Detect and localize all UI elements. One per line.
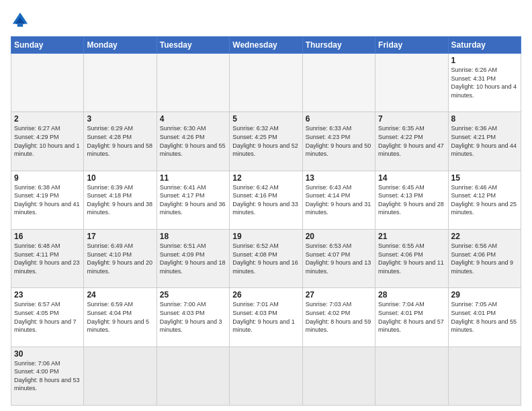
day-cell: 22Sunrise: 6:56 AM Sunset: 4:06 PM Dayli… [448, 229, 521, 287]
day-cell: 25Sunrise: 7:00 AM Sunset: 4:03 PM Dayli… [157, 288, 229, 347]
day-number: 23 [14, 290, 81, 300]
day-cell: 23Sunrise: 6:57 AM Sunset: 4:05 PM Dayli… [11, 288, 84, 347]
week-row-3: 16Sunrise: 6:48 AM Sunset: 4:11 PM Dayli… [11, 229, 521, 287]
day-info: Sunrise: 6:57 AM Sunset: 4:05 PM Dayligh… [14, 300, 81, 334]
weekday-header-saturday: Saturday [448, 37, 521, 54]
day-number: 17 [87, 232, 153, 241]
day-number: 26 [232, 290, 299, 300]
day-info: Sunrise: 7:06 AM Sunset: 4:00 PM Dayligh… [14, 359, 81, 393]
day-cell: 6Sunrise: 6:33 AM Sunset: 4:23 PM Daylig… [302, 112, 375, 171]
day-info: Sunrise: 6:32 AM Sunset: 4:25 PM Dayligh… [232, 124, 299, 158]
day-info: Sunrise: 6:45 AM Sunset: 4:13 PM Dayligh… [378, 183, 445, 217]
day-info: Sunrise: 6:56 AM Sunset: 4:06 PM Dayligh… [451, 242, 518, 275]
day-cell: 18Sunrise: 6:51 AM Sunset: 4:09 PM Dayli… [157, 229, 229, 287]
day-number: 30 [14, 349, 81, 359]
day-number: 27 [306, 290, 372, 300]
day-number: 5 [232, 114, 299, 124]
day-info: Sunrise: 6:26 AM Sunset: 4:31 PM Dayligh… [451, 66, 518, 99]
day-cell [157, 347, 229, 405]
day-info: Sunrise: 6:35 AM Sunset: 4:22 PM Dayligh… [378, 124, 445, 158]
day-number: 11 [160, 173, 226, 183]
day-cell: 29Sunrise: 7:05 AM Sunset: 4:01 PM Dayli… [448, 288, 521, 347]
day-number: 13 [306, 173, 372, 183]
day-cell: 3Sunrise: 6:29 AM Sunset: 4:28 PM Daylig… [84, 112, 157, 171]
day-number: 21 [378, 232, 445, 241]
day-cell: 8Sunrise: 6:36 AM Sunset: 4:21 PM Daylig… [448, 112, 521, 171]
day-info: Sunrise: 6:59 AM Sunset: 4:04 PM Dayligh… [87, 300, 153, 334]
day-cell: 19Sunrise: 6:52 AM Sunset: 4:08 PM Dayli… [230, 229, 302, 287]
day-number: 8 [451, 114, 518, 124]
weekday-header-tuesday: Tuesday [157, 37, 229, 54]
day-number: 4 [160, 114, 226, 124]
day-info: Sunrise: 6:27 AM Sunset: 4:29 PM Dayligh… [14, 124, 81, 158]
day-number: 14 [378, 173, 445, 183]
day-cell [157, 54, 229, 112]
day-cell: 15Sunrise: 6:46 AM Sunset: 4:12 PM Dayli… [448, 171, 521, 229]
weekday-header-wednesday: Wednesday [230, 37, 302, 54]
day-cell [448, 347, 521, 405]
weekday-header-row: SundayMondayTuesdayWednesdayThursdayFrid… [11, 37, 521, 54]
logo-icon [11, 11, 30, 30]
day-info: Sunrise: 6:52 AM Sunset: 4:08 PM Dayligh… [232, 242, 299, 275]
day-cell [84, 54, 157, 112]
day-number: 18 [160, 232, 226, 241]
day-cell: 17Sunrise: 6:49 AM Sunset: 4:10 PM Dayli… [84, 229, 157, 287]
day-number: 22 [451, 232, 518, 241]
week-row-4: 23Sunrise: 6:57 AM Sunset: 4:05 PM Dayli… [11, 288, 521, 347]
calendar: SundayMondayTuesdayWednesdayThursdayFrid… [11, 36, 521, 406]
day-info: Sunrise: 6:48 AM Sunset: 4:11 PM Dayligh… [14, 242, 81, 275]
day-cell [230, 54, 302, 112]
day-number: 28 [378, 290, 445, 300]
day-cell: 13Sunrise: 6:43 AM Sunset: 4:14 PM Dayli… [302, 171, 375, 229]
day-cell: 27Sunrise: 7:03 AM Sunset: 4:02 PM Dayli… [302, 288, 375, 347]
day-info: Sunrise: 7:05 AM Sunset: 4:01 PM Dayligh… [451, 300, 518, 334]
day-info: Sunrise: 6:49 AM Sunset: 4:10 PM Dayligh… [87, 242, 153, 275]
day-cell [302, 54, 375, 112]
day-cell [375, 347, 448, 405]
day-cell [302, 347, 375, 405]
day-cell: 5Sunrise: 6:32 AM Sunset: 4:25 PM Daylig… [230, 112, 302, 171]
day-info: Sunrise: 6:55 AM Sunset: 4:06 PM Dayligh… [378, 242, 445, 275]
day-cell: 16Sunrise: 6:48 AM Sunset: 4:11 PM Dayli… [11, 229, 84, 287]
day-number: 7 [378, 114, 445, 124]
day-info: Sunrise: 6:39 AM Sunset: 4:18 PM Dayligh… [87, 183, 153, 217]
day-number: 12 [232, 173, 299, 183]
day-info: Sunrise: 7:01 AM Sunset: 4:03 PM Dayligh… [232, 300, 299, 334]
day-number: 19 [232, 232, 299, 241]
header [11, 11, 521, 30]
day-cell: 7Sunrise: 6:35 AM Sunset: 4:22 PM Daylig… [375, 112, 448, 171]
day-info: Sunrise: 6:29 AM Sunset: 4:28 PM Dayligh… [87, 124, 153, 158]
day-number: 6 [306, 114, 372, 124]
day-number: 25 [160, 290, 226, 300]
day-cell [11, 54, 84, 112]
day-info: Sunrise: 6:38 AM Sunset: 4:19 PM Dayligh… [14, 183, 81, 217]
day-cell: 24Sunrise: 6:59 AM Sunset: 4:04 PM Dayli… [84, 288, 157, 347]
day-cell [375, 54, 448, 112]
week-row-5: 30Sunrise: 7:06 AM Sunset: 4:00 PM Dayli… [11, 347, 521, 405]
day-cell: 2Sunrise: 6:27 AM Sunset: 4:29 PM Daylig… [11, 112, 84, 171]
day-cell: 12Sunrise: 6:42 AM Sunset: 4:16 PM Dayli… [230, 171, 302, 229]
day-info: Sunrise: 6:53 AM Sunset: 4:07 PM Dayligh… [306, 242, 372, 275]
day-cell: 26Sunrise: 7:01 AM Sunset: 4:03 PM Dayli… [230, 288, 302, 347]
week-row-2: 9Sunrise: 6:38 AM Sunset: 4:19 PM Daylig… [11, 171, 521, 229]
day-info: Sunrise: 6:30 AM Sunset: 4:26 PM Dayligh… [160, 124, 226, 158]
day-cell: 1Sunrise: 6:26 AM Sunset: 4:31 PM Daylig… [448, 54, 521, 112]
day-number: 16 [14, 232, 81, 241]
logo [11, 11, 32, 30]
day-cell [84, 347, 157, 405]
day-info: Sunrise: 6:51 AM Sunset: 4:09 PM Dayligh… [160, 242, 226, 275]
day-number: 20 [306, 232, 372, 241]
day-cell: 10Sunrise: 6:39 AM Sunset: 4:18 PM Dayli… [84, 171, 157, 229]
weekday-header-monday: Monday [84, 37, 157, 54]
day-number: 3 [87, 114, 153, 124]
day-number: 10 [87, 173, 153, 183]
day-info: Sunrise: 6:33 AM Sunset: 4:23 PM Dayligh… [306, 124, 372, 158]
day-number: 24 [87, 290, 153, 300]
day-cell: 30Sunrise: 7:06 AM Sunset: 4:00 PM Dayli… [11, 347, 84, 405]
page: SundayMondayTuesdayWednesdayThursdayFrid… [0, 0, 532, 411]
day-number: 29 [451, 290, 518, 300]
day-number: 1 [451, 56, 518, 65]
day-cell [230, 347, 302, 405]
day-cell: 4Sunrise: 6:30 AM Sunset: 4:26 PM Daylig… [157, 112, 229, 171]
weekday-header-thursday: Thursday [302, 37, 375, 54]
